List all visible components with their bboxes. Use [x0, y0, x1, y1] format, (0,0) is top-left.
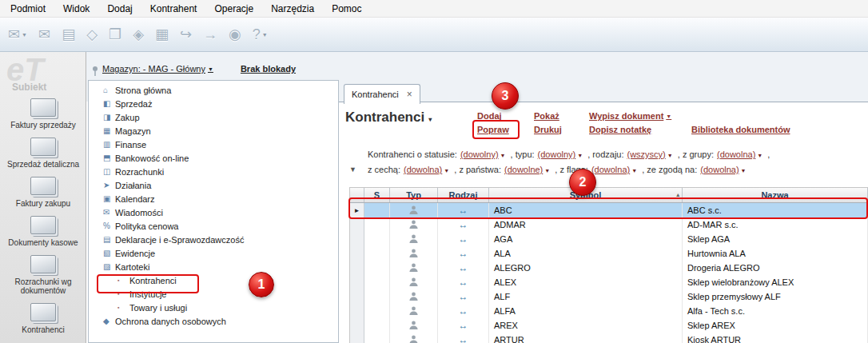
- filter-dropdown-link[interactable]: (wszyscy): [627, 150, 666, 159]
- menu-narzedzia[interactable]: Narzędzia: [262, 1, 323, 17]
- sidebar-item-rozrachunki-wg-dokumentow[interactable]: Rozrachunki wg dokumentów: [2, 255, 84, 295]
- tree-item-sprzedaz[interactable]: ◧ Sprzedaż: [89, 97, 152, 110]
- column-header[interactable]: Rodzaj ▴: [438, 188, 489, 202]
- wypisz-dokument-link[interactable]: Wypisz dokument ▼: [589, 111, 671, 121]
- chevron-down-icon[interactable]: ▼: [444, 168, 449, 173]
- drukuj-link[interactable]: Drukuj ▼: [534, 125, 562, 134]
- menu-pomoc[interactable]: Pomoc: [323, 1, 370, 17]
- share-icon[interactable]: ↪ ▼: [180, 26, 192, 43]
- tree-item-deklaracje[interactable]: ▤ Deklaracje i e-Sprawozdawczość: [89, 233, 244, 246]
- tree-item-strona-glowna[interactable]: ⌂ Strona główna: [89, 83, 171, 97]
- tree-item-rozrachunki[interactable]: ◫ Rozrachunki: [89, 165, 164, 178]
- tree-item-icon: ▨: [103, 262, 115, 271]
- tree-item-bankowosc-online[interactable]: ⬒ Bankowość on-line: [89, 151, 189, 165]
- contractor-type-icon: [408, 306, 419, 317]
- sidebar-item-dokumenty-kasowe[interactable]: Dokumenty kasowe: [2, 216, 84, 247]
- sidebar-item-faktury-zakupu[interactable]: Faktury zakupu: [2, 177, 84, 208]
- send-icon[interactable]: ✉ ▼: [8, 26, 27, 43]
- tree-item-ewidencje[interactable]: ▧ Ewidencje: [89, 246, 155, 260]
- export-icon[interactable]: ▦ ▼: [155, 26, 169, 43]
- tree-item-kalendarz[interactable]: ▣ Kalendarz: [89, 192, 155, 205]
- filter-segment: , z państwa:(dowolne)▼: [454, 165, 555, 174]
- chevron-down-icon[interactable]: ▼: [577, 153, 583, 158]
- dodaj-link[interactable]: Dodaj ▼: [477, 111, 509, 121]
- filter-dropdown-link[interactable]: (dowolna): [404, 165, 442, 174]
- table-row[interactable]: ► ↔ AGA Sklep AGA: [350, 232, 868, 246]
- table-row[interactable]: ► ↔ ALEGRO Drogeria ALEGRO: [350, 261, 868, 275]
- table-row[interactable]: ► ↔ AREX Sklep AREX: [350, 318, 868, 333]
- tree-item-wiadomosci[interactable]: ✉ Wiadomości: [89, 205, 163, 219]
- column-header[interactable]: S ▴: [364, 188, 390, 202]
- tree-item-towary-i-uslugi[interactable]: ▪ Towary i usługi: [89, 301, 187, 314]
- filter-dropdown-link[interactable]: (dowolna): [717, 150, 755, 159]
- type-cell: [390, 232, 438, 246]
- chevron-down-icon[interactable]: ▼: [631, 168, 637, 173]
- tree-item-kartoteki[interactable]: ▨ Kartoteki: [89, 260, 149, 273]
- chevron-down-icon[interactable]: ▼: [544, 168, 550, 173]
- chevron-down-icon[interactable]: ▼: [757, 153, 762, 158]
- table-row[interactable]: ► ↔ ALF Sklep przemysłowy ALF: [350, 289, 868, 304]
- pokaz-link[interactable]: Pokaż ▼: [534, 111, 562, 121]
- tree-item-finanse[interactable]: ▥ Finanse: [89, 138, 146, 151]
- tree-item-label: Bankowość on-line: [115, 154, 189, 163]
- type-cell: [390, 246, 438, 261]
- tree-item-kontrahenci[interactable]: ▪ Kontrahenci: [89, 273, 177, 287]
- menu-podmiot[interactable]: Podmiot: [2, 1, 54, 17]
- pushpin-icon[interactable]: [91, 65, 99, 79]
- copy-icon[interactable]: ❐ ▼: [109, 26, 121, 43]
- sidebar-item-kontrahenci[interactable]: Kontrahenci: [2, 303, 84, 334]
- help-icon[interactable]: ? ▼: [253, 26, 268, 43]
- menu-widok[interactable]: Widok: [54, 1, 98, 17]
- action-link-label: Popraw: [477, 125, 509, 134]
- filter-expander-icon[interactable]: ▼: [349, 166, 356, 173]
- filter-dropdown-link[interactable]: (dowolna): [591, 165, 630, 174]
- biblioteka-dokumentow-link[interactable]: Biblioteka dokumentów: [691, 125, 790, 134]
- close-icon[interactable]: ×: [407, 90, 412, 98]
- table-row[interactable]: ► ↔ ALEX Sklep wielobranżowy ALEX: [350, 275, 868, 289]
- tree-item-polityka-cenowa[interactable]: % Polityka cenowa: [89, 219, 179, 233]
- document-icon[interactable]: ◇ ▼: [86, 26, 98, 43]
- table-row[interactable]: ► ↔ ADMAR AD-MAR s.c.: [350, 217, 868, 232]
- column-header[interactable]: Typ ▴: [390, 188, 438, 202]
- tree-item-dzialania[interactable]: ➤ Działania: [89, 178, 151, 192]
- mail-icon[interactable]: ✉ ▼: [38, 26, 50, 43]
- tree-item-instytucje[interactable]: ▪ Instytucje: [89, 287, 166, 301]
- page-title[interactable]: Kontrahenci ▾: [345, 110, 432, 126]
- print-icon[interactable]: ▤ ▼: [62, 26, 75, 43]
- globe-icon[interactable]: ◉ ▼: [229, 26, 241, 43]
- popraw-link[interactable]: Popraw ▼: [477, 125, 509, 134]
- filter-dropdown-link[interactable]: (dowolne): [504, 165, 543, 174]
- filter-dropdown-link[interactable]: (dowolna): [700, 165, 739, 174]
- table-row[interactable]: ► ↔ ALFA Alfa - Tech s.c.: [350, 304, 868, 318]
- filter-segment: , z grupy:(dowolna)▼ ,: [678, 150, 770, 159]
- supplier-and-buyer-icon: ↔: [459, 219, 468, 230]
- column-header-label: Typ: [406, 190, 421, 200]
- table-row[interactable]: ► ↔ ALA Hurtownia ALA: [350, 246, 868, 261]
- tree-item-icon: ▪: [117, 291, 129, 297]
- column-header[interactable]: Nazwa ▴: [683, 188, 868, 202]
- chevron-down-icon[interactable]: ▼: [500, 153, 506, 158]
- tree-item-label: Strona główna: [115, 86, 171, 95]
- sidebar-item-sprzedaz-detaliczna[interactable]: Sprzedaż detaliczna: [2, 138, 84, 169]
- dopisz-notatke-link[interactable]: Dopisz notatkę ▼: [589, 125, 671, 134]
- chevron-down-icon[interactable]: ▼: [667, 153, 673, 158]
- forward-icon[interactable]: → ▼: [203, 26, 217, 43]
- menu-operacje[interactable]: Operacje: [205, 1, 262, 17]
- filter-dropdown-link[interactable]: (dowolny): [538, 150, 576, 159]
- menu-dodaj[interactable]: Dodaj: [98, 1, 141, 17]
- chevron-down-icon[interactable]: ▼: [741, 168, 747, 173]
- warehouse-selector-link[interactable]: Magazyn: - MAG - Główny ▼: [102, 64, 213, 74]
- tree-item-zakup[interactable]: ◨ Zakup: [89, 110, 140, 124]
- table-row[interactable]: ► ↔ ABC ABC s.c.: [350, 203, 868, 217]
- table-row[interactable]: ► ↔ ARTUR Kiosk ARTUR: [350, 333, 868, 343]
- kind-cell: ↔: [438, 246, 489, 261]
- filter-dropdown-link[interactable]: (dowolny): [460, 150, 499, 159]
- tab-kontrahenci[interactable]: Kontrahenci ×: [344, 84, 420, 104]
- tree-item-magazyn[interactable]: ▦ Magazyn: [89, 124, 151, 138]
- sidebar-item-faktury-sprzedazy[interactable]: Faktury sprzedaży: [2, 98, 84, 130]
- tree-item-ochrona-danych[interactable]: ◆ Ochrona danych osobowych: [89, 314, 226, 328]
- toolbar-button-glyph: ✉: [8, 26, 20, 43]
- stamp-icon[interactable]: ◈ ▼: [133, 26, 144, 43]
- lock-status-link[interactable]: Brak blokady: [241, 64, 296, 74]
- menu-kontrahent[interactable]: Kontrahent: [141, 1, 206, 17]
